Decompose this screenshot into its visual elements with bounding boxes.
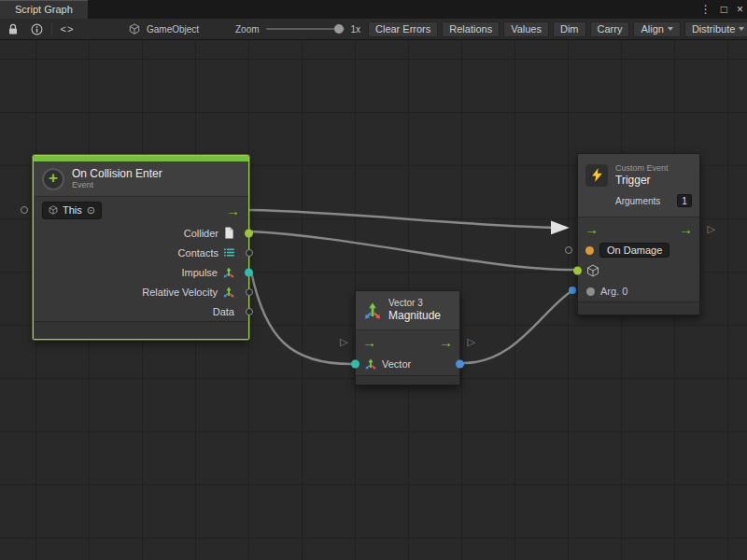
- name-input-port[interactable]: [565, 246, 572, 254]
- node-footer: [34, 321, 248, 339]
- port-label: Relative Velocity: [142, 287, 218, 298]
- values-button[interactable]: Values: [503, 21, 549, 37]
- relative-velocity-output-port[interactable]: [246, 288, 253, 296]
- menu-icon[interactable]: ⋮: [700, 4, 712, 15]
- wire-collider-to-trigger-target[interactable]: [251, 231, 573, 270]
- impulse-output-port[interactable]: [245, 268, 253, 276]
- wire-impulse-to-vector[interactable]: [251, 272, 351, 364]
- event-input-port[interactable]: [21, 206, 28, 214]
- zoom-slider[interactable]: [266, 28, 345, 30]
- target-value: This: [63, 204, 82, 216]
- event-node-header: On Collision Enter Event: [34, 161, 248, 197]
- gameobject-icon: [49, 205, 58, 215]
- collider-output-port[interactable]: [245, 229, 253, 237]
- port-row-collider: Collider: [34, 223, 248, 243]
- relations-button[interactable]: Relations: [442, 21, 500, 37]
- flow-input-arrow[interactable]: →: [362, 335, 376, 349]
- vector-input-port[interactable]: [351, 360, 359, 369]
- list-icon: [224, 247, 234, 258]
- arguments-count-field[interactable]: 1: [677, 194, 692, 207]
- unity-script-graph-window: Script Graph ⋮ □ ×: [0, 0, 747, 560]
- graph-canvas[interactable]: On Collision Enter Event This ⊙ → Collid…: [0, 40, 747, 560]
- port-label: Data: [213, 306, 234, 317]
- flow-in-triangle: ▷: [340, 337, 347, 347]
- tab-label: Script Graph: [15, 4, 73, 15]
- port-label: Collider: [184, 228, 218, 239]
- arguments-label: Arguments: [615, 196, 660, 206]
- lightning-icon: [591, 168, 603, 182]
- flow-output-arrow[interactable]: →: [226, 203, 240, 217]
- node-title: Trigger: [615, 174, 692, 187]
- port-label: Vector: [382, 358, 411, 370]
- distribute-label: Distribute: [692, 23, 735, 35]
- tab-script-graph[interactable]: Script Graph: [0, 0, 88, 19]
- node-kind: Vector 3: [388, 298, 441, 309]
- dim-button[interactable]: Dim: [553, 21, 586, 37]
- close-icon[interactable]: ×: [737, 4, 743, 15]
- lock-icon: [7, 23, 19, 35]
- carry-label: Carry: [598, 23, 623, 35]
- contacts-output-port[interactable]: [246, 249, 253, 257]
- zoom-slider-handle[interactable]: [334, 24, 344, 34]
- magnitude-output-port[interactable]: [456, 360, 464, 369]
- port-row-vector: Vector: [356, 353, 459, 375]
- flow-output-arrow[interactable]: →: [679, 222, 693, 236]
- gameobject-icon: [129, 23, 140, 35]
- vector-icon: [223, 287, 234, 298]
- node-footer: [578, 301, 699, 315]
- lock-button[interactable]: [5, 21, 21, 37]
- event-name-value: On Damage: [607, 245, 662, 256]
- zoom-value: 1x: [351, 24, 361, 35]
- info-button[interactable]: [28, 21, 45, 37]
- target-picker-icon: ⊙: [87, 204, 95, 217]
- distribute-button[interactable]: Distribute: [684, 21, 747, 37]
- event-name-field[interactable]: On Damage: [599, 243, 669, 258]
- port-label: Impulse: [181, 267, 218, 278]
- flow-out-triangle: ▷: [468, 337, 475, 347]
- code-view-button[interactable]: <>: [59, 21, 76, 37]
- graph-toolbar: <> GameObject Zoom 1x Clear Errors Relat…: [0, 19, 747, 40]
- toolbar-separator: [51, 22, 52, 35]
- data-output-port[interactable]: [246, 308, 253, 315]
- collider-icon: [224, 227, 234, 239]
- wire-magnitude-to-arg0[interactable]: [464, 291, 571, 363]
- arg0-input-port[interactable]: [586, 287, 595, 296]
- zoom-label: Zoom: [235, 24, 260, 35]
- values-label: Values: [511, 23, 542, 35]
- code-icon: <>: [61, 23, 75, 35]
- port-row-event-name: On Damage: [578, 240, 699, 260]
- bolt-icon-box: [585, 164, 608, 187]
- node-vector3-magnitude[interactable]: Vector 3 Magnitude ▷ → → ▷ Vector: [355, 290, 460, 385]
- flow-input-arrow[interactable]: →: [585, 222, 599, 236]
- node-custom-event-trigger[interactable]: Custom Event Trigger Arguments 1 → → ▷ O…: [577, 153, 700, 315]
- trigger-node-header: Custom Event Trigger Arguments 1: [578, 154, 699, 217]
- clear-errors-label: Clear Errors: [375, 23, 430, 35]
- vector-node-header: Vector 3 Magnitude: [356, 291, 459, 330]
- dim-label: Dim: [560, 23, 579, 35]
- node-footer: [356, 375, 459, 385]
- port-label: Contacts: [178, 247, 218, 259]
- info-icon: [31, 23, 43, 35]
- vector3-icon: [364, 302, 381, 319]
- flow-out-triangle: ▷: [708, 224, 715, 234]
- carry-button[interactable]: Carry: [590, 21, 630, 37]
- align-button[interactable]: Align: [633, 21, 680, 37]
- maximize-icon[interactable]: □: [721, 4, 727, 15]
- wire-flow-event-to-trigger[interactable]: [249, 210, 566, 228]
- node-kind: Custom Event: [615, 163, 692, 174]
- gameobject-group[interactable]: GameObject: [129, 19, 199, 39]
- node-on-collision-enter[interactable]: On Collision Enter Event This ⊙ → Collid…: [33, 155, 249, 340]
- port-row-arg0: Arg. 0: [578, 281, 699, 301]
- flow-output-arrow[interactable]: →: [439, 335, 453, 349]
- align-label: Align: [641, 23, 663, 35]
- port-row-relative-velocity: Relative Velocity: [34, 282, 248, 301]
- vector-icon: [223, 267, 234, 278]
- target-input-port[interactable]: [573, 267, 582, 275]
- port-row-contacts: Contacts: [34, 243, 248, 262]
- port-row-target: [578, 260, 699, 281]
- wire-end-dot: [569, 287, 576, 294]
- relations-label: Relations: [449, 23, 492, 35]
- target-self-field[interactable]: This ⊙: [42, 202, 102, 219]
- node-subtitle: Event: [72, 180, 162, 190]
- clear-errors-button[interactable]: Clear Errors: [368, 21, 438, 37]
